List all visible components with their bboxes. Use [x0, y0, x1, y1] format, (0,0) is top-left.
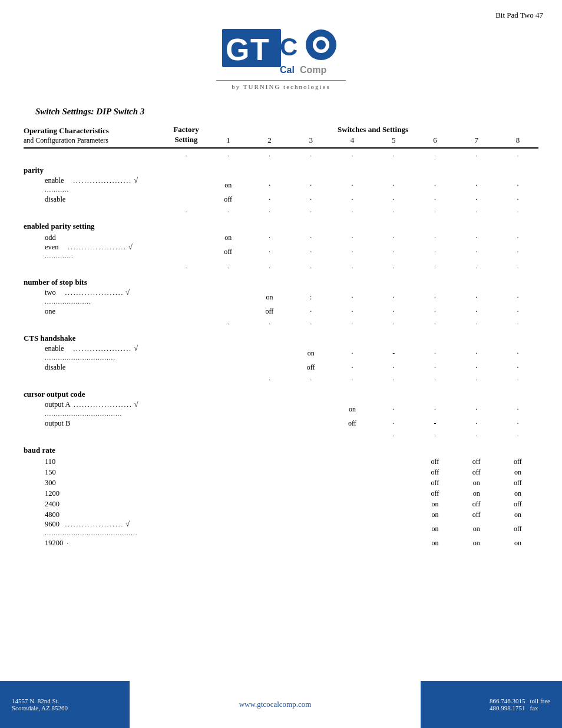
sw2: on	[249, 292, 290, 302]
sw1	[207, 307, 249, 317]
sw1	[207, 489, 249, 499]
enabled-parity-label: enabled parity setting	[24, 222, 538, 231]
col-factory-header: Factory Setting	[165, 125, 207, 145]
sw2: ·	[249, 195, 290, 205]
sw2	[249, 419, 290, 429]
cursor-output-a-switches: on · · · ·	[207, 404, 538, 414]
cts-disable-label: disable	[24, 363, 165, 372]
baud-300-switches: off on off	[207, 478, 538, 488]
sw4: ·	[332, 233, 373, 243]
contact-labels: toll free fax	[530, 697, 550, 711]
factory-header-line2: Setting	[165, 135, 207, 145]
sw8: off	[497, 457, 538, 467]
baud-150-label: 150	[24, 468, 165, 477]
sw3: ·	[290, 180, 332, 190]
footer-website[interactable]: www.gtcocalcomp.com	[130, 681, 421, 728]
sw6: off	[414, 457, 455, 467]
sw4	[332, 467, 373, 477]
sw1	[207, 499, 249, 509]
baud-9600-label: 9600 ..................... √ ...........…	[24, 520, 165, 538]
sw5: ·	[373, 307, 414, 317]
logo-area: G T C Cal Comp by TURNING technologies	[0, 26, 562, 90]
sw5	[373, 524, 414, 534]
cursor-output-b-label: output B	[24, 419, 165, 428]
sw5: ·	[373, 292, 414, 302]
sw1	[207, 467, 249, 477]
sw8: off	[497, 478, 538, 488]
sw4	[332, 478, 373, 488]
svg-text:T: T	[250, 32, 269, 67]
sw5: -	[373, 348, 414, 358]
sw8: ·	[497, 348, 538, 358]
sw6: ·	[414, 180, 455, 190]
stop-bits-section: · · · · · · · · · number of stop bits tw…	[24, 264, 538, 317]
sw6: ·	[414, 195, 455, 205]
sw5	[373, 499, 414, 509]
baud-4800-row: 4800 on off on	[24, 509, 538, 520]
cursor-output-section: · · · · · · · cursor output code output …	[24, 376, 538, 429]
sw3: off	[290, 363, 332, 373]
baud-150-row: 150 off off on	[24, 467, 538, 477]
parity-enable-switches: on · · · · · · ·	[207, 180, 538, 190]
sw8: ·	[497, 419, 538, 429]
baud-2400-switches: on off off	[207, 499, 538, 509]
sw6: on	[414, 510, 455, 520]
address-line2: Scottsdale, AZ 85260	[12, 704, 118, 711]
sw5	[373, 467, 414, 477]
sw8: ·	[497, 404, 538, 414]
cursor-output-a-row: output A ..................... √ .......…	[24, 400, 538, 418]
section-title: Switch Settings: DIP Switch 3	[35, 107, 562, 117]
svg-text:Comp: Comp	[300, 65, 327, 75]
cursor-output-label: cursor output code	[24, 390, 538, 399]
sw1	[207, 419, 249, 429]
sw2: off	[249, 307, 290, 317]
sw3: ·	[290, 307, 332, 317]
sw7: ·	[456, 348, 497, 358]
col1-header-line1: Operating Characteristics	[24, 126, 165, 136]
sw2: ·	[249, 233, 290, 243]
cts-enable-row: enable ..................... √ .........…	[24, 344, 538, 362]
page-header: Bit Pad Two 47	[0, 0, 562, 20]
sw5	[373, 457, 414, 467]
parity-even-switches: off · · · · · · ·	[207, 247, 538, 257]
sw6: on	[414, 499, 455, 509]
cts-disable-row: disable off · · · · ·	[24, 362, 538, 373]
stop-bits-one-label: one	[24, 307, 165, 316]
sw4: on	[332, 404, 373, 414]
sw4	[332, 538, 373, 548]
stop-bits-two-row: two ..................... √ ............…	[24, 288, 538, 306]
sw7: ·	[456, 195, 497, 205]
phone-number: 866.746.3015 480.998.1751	[490, 697, 525, 711]
sw2	[249, 538, 290, 548]
baud-2400-label: 2400	[24, 500, 165, 509]
sw6: ·	[414, 307, 455, 317]
cts-disable-switches: off · · · · ·	[207, 363, 538, 373]
sw7: ·	[456, 180, 497, 190]
sw4	[332, 510, 373, 520]
stop-bits-two-switches: on : · · · · ·	[207, 292, 538, 302]
sw3	[290, 510, 332, 520]
parity-even-label: even ..................... √ ...........…	[24, 243, 165, 261]
sw3	[290, 457, 332, 467]
sw7: ·	[456, 419, 497, 429]
baud-2400-row: 2400 on off off	[24, 499, 538, 509]
sw8: ·	[497, 247, 538, 257]
sw8: off	[497, 499, 538, 509]
sw8: on	[497, 510, 538, 520]
sw1: off	[207, 195, 249, 205]
sw6: on	[414, 524, 455, 534]
parity-disable-switches: off · · · · · · ·	[207, 195, 538, 205]
sw7: ·	[456, 307, 497, 317]
sw4: ·	[332, 363, 373, 373]
baud-150-switches: off off on	[207, 467, 538, 477]
sw2: ·	[249, 247, 290, 257]
parity-odd-row: odd on · · · · · · ·	[24, 232, 538, 243]
footer-phone-row: 866.746.3015 480.998.1751 toll free fax	[490, 697, 550, 711]
cts-handshake-section: · · · · · · · · CTS handshake enable ...…	[24, 320, 538, 373]
sw1	[207, 404, 249, 414]
footer-address: 14557 N. 82nd St. Scottsdale, AZ 85260	[0, 681, 130, 728]
sw7: on	[456, 489, 497, 499]
sw2	[249, 510, 290, 520]
parity-disable-label: disable	[24, 195, 165, 204]
sw2	[249, 524, 290, 534]
